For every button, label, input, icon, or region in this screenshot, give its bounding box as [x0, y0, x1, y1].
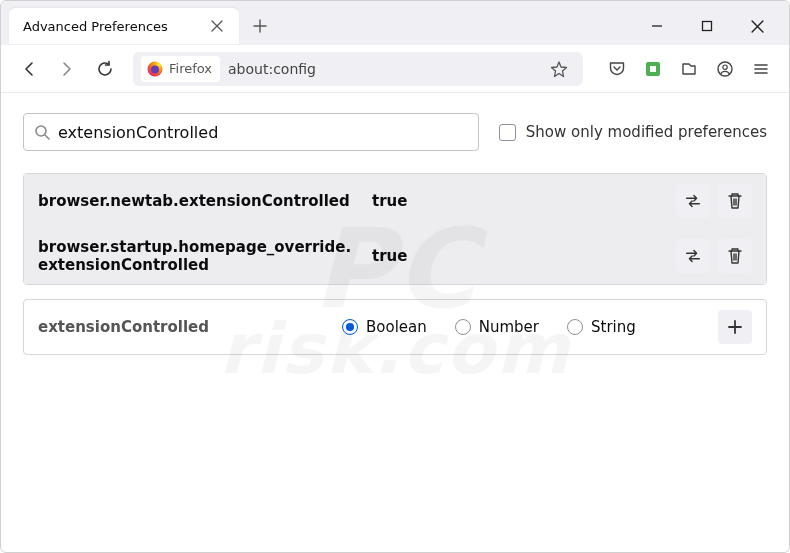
new-tab-button[interactable] — [245, 11, 275, 41]
pref-row[interactable]: browser.startup.homepage_override.extens… — [24, 228, 766, 284]
toggle-button[interactable] — [676, 239, 710, 273]
type-option-label: Number — [479, 318, 539, 336]
new-pref-name: extensionControlled — [38, 318, 328, 336]
search-input[interactable] — [58, 123, 468, 142]
maximize-icon[interactable] — [693, 12, 721, 40]
pref-name: browser.newtab.extensionControlled — [38, 192, 358, 210]
svg-rect-0 — [703, 22, 712, 31]
titlebar: Advanced Preferences — [1, 1, 789, 45]
browser-toolbar: Firefox about:config — [1, 45, 789, 93]
type-option-string[interactable]: String — [567, 318, 636, 336]
account-icon[interactable] — [709, 53, 741, 85]
pref-name: browser.startup.homepage_override.extens… — [38, 238, 358, 274]
toggle-button[interactable] — [676, 184, 710, 218]
close-window-icon[interactable] — [743, 12, 771, 40]
pref-row[interactable]: browser.newtab.extensionControlled true — [24, 174, 766, 228]
checkbox-icon — [499, 124, 516, 141]
show-modified-label: Show only modified preferences — [526, 123, 767, 141]
delete-button[interactable] — [718, 239, 752, 273]
browser-tab[interactable]: Advanced Preferences — [9, 8, 239, 44]
new-pref-actions — [718, 310, 752, 344]
bookmark-star-icon[interactable] — [543, 53, 575, 85]
svg-point-2 — [151, 65, 159, 73]
pref-search-box[interactable] — [23, 113, 479, 151]
address-bar[interactable]: Firefox about:config — [133, 52, 583, 86]
type-option-number[interactable]: Number — [455, 318, 539, 336]
svg-rect-4 — [650, 66, 656, 72]
type-option-label: String — [591, 318, 636, 336]
extension-icon[interactable] — [637, 53, 669, 85]
radio-icon — [567, 319, 583, 335]
pref-value: true — [372, 247, 662, 265]
tab-title: Advanced Preferences — [23, 19, 168, 34]
url-text: about:config — [228, 61, 543, 77]
pref-actions — [676, 184, 752, 218]
firefox-logo-icon — [147, 61, 163, 77]
menu-icon[interactable] — [745, 53, 777, 85]
radio-icon — [342, 319, 358, 335]
pref-actions — [676, 239, 752, 273]
show-modified-checkbox[interactable]: Show only modified preferences — [499, 123, 767, 141]
close-tab-icon[interactable] — [205, 14, 229, 38]
minimize-icon[interactable] — [643, 12, 671, 40]
pref-table: browser.newtab.extensionControlled true … — [23, 173, 767, 285]
new-pref-row: extensionControlled Boolean Number Strin… — [24, 300, 766, 354]
toolbar-right-icons — [601, 53, 777, 85]
new-pref-row-container: extensionControlled Boolean Number Strin… — [23, 299, 767, 355]
search-row: Show only modified preferences — [23, 113, 767, 151]
site-identity-label: Firefox — [169, 61, 212, 76]
pref-value: true — [372, 192, 662, 210]
downloads-icon[interactable] — [673, 53, 705, 85]
about-config-page: Show only modified preferences browser.n… — [1, 93, 789, 552]
site-identity[interactable]: Firefox — [141, 56, 220, 82]
type-options: Boolean Number String — [342, 318, 704, 336]
back-button[interactable] — [13, 53, 45, 85]
delete-button[interactable] — [718, 184, 752, 218]
type-option-boolean[interactable]: Boolean — [342, 318, 427, 336]
type-option-label: Boolean — [366, 318, 427, 336]
add-pref-button[interactable] — [718, 310, 752, 344]
search-icon — [34, 124, 50, 140]
radio-icon — [455, 319, 471, 335]
reload-button[interactable] — [89, 53, 121, 85]
window-controls — [643, 12, 789, 40]
forward-button[interactable] — [51, 53, 83, 85]
pocket-icon[interactable] — [601, 53, 633, 85]
svg-point-6 — [723, 65, 727, 69]
